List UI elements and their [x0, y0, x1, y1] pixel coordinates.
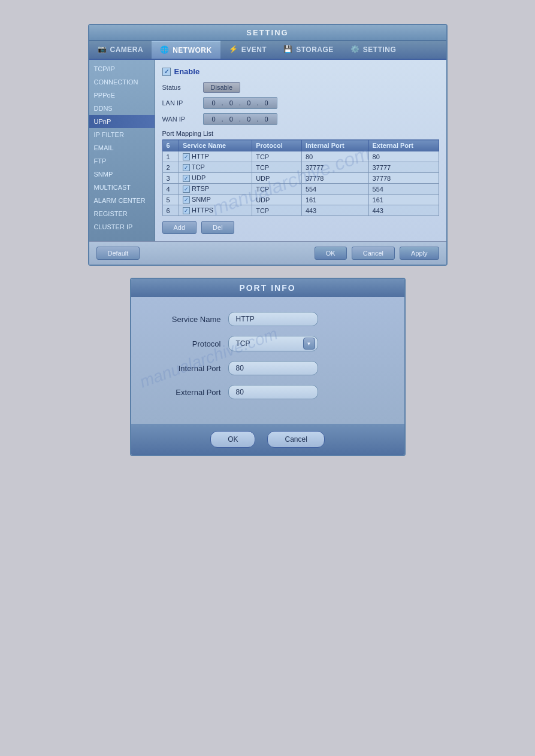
row-protocol: TCP	[252, 184, 302, 195]
internal-port-input[interactable]: 80	[228, 361, 318, 375]
row-protocol: TCP	[252, 162, 302, 173]
row-internal-port: 554	[301, 184, 368, 195]
default-button[interactable]: Default	[96, 247, 140, 260]
internal-port-row: Internal Port 80	[155, 361, 380, 375]
row-checkbox[interactable]: ✓	[183, 175, 190, 182]
sidebar-item-ipfilter[interactable]: IP FILTER	[89, 128, 155, 141]
sidebar-item-snmp[interactable]: SNMP	[89, 168, 155, 181]
sidebar-item-ddns[interactable]: DDNS	[89, 102, 155, 115]
protocol-select[interactable]: TCP ▼	[228, 336, 318, 351]
dialog-title-bar: PORT INFO	[131, 279, 404, 297]
table-row[interactable]: 5 ✓ SNMP UDP 161 161	[162, 195, 439, 205]
dialog-container: PORT INFO Service Name HTTP Protocol TCP…	[130, 278, 406, 456]
row-protocol: UDP	[252, 195, 302, 205]
wan-ip-seg3: 0	[242, 116, 255, 123]
tab-bar: 📷 CAMERA 🌐 NETWORK ⚡ EVENT 💾 STORAGE ⚙️ …	[89, 41, 446, 60]
table-row[interactable]: 6 ✓ HTTPS TCP 443 443	[162, 205, 439, 216]
status-label: Status	[162, 84, 198, 91]
row-checkbox[interactable]: ✓	[183, 207, 190, 214]
dialog-cancel-button[interactable]: Cancel	[267, 431, 324, 448]
tab-setting[interactable]: ⚙️ SETTING	[342, 41, 405, 59]
table-row[interactable]: 3 ✓ UDP UDP 37778 37778	[162, 173, 439, 184]
port-info-dialog: PORT INFO Service Name HTTP Protocol TCP…	[130, 278, 406, 456]
sidebar-item-alarmcenter[interactable]: ALARM CENTER	[89, 194, 155, 207]
row-external-port: 37778	[368, 173, 439, 184]
row-external-port: 443	[368, 205, 439, 216]
main-settings-panel: SETTING 📷 CAMERA 🌐 NETWORK ⚡ EVENT 💾 STO…	[88, 24, 448, 266]
sidebar-item-multicast[interactable]: MULTICAST	[89, 181, 155, 194]
sidebar-item-clusterip[interactable]: CLUSTER IP	[89, 220, 155, 233]
row-num: 4	[162, 184, 179, 195]
external-port-label: External Port	[155, 388, 221, 397]
table-row[interactable]: 1 ✓ HTTP TCP 80 80	[162, 151, 439, 162]
dialog-ok-button[interactable]: OK	[210, 431, 255, 448]
bottom-bar: Default OK Cancel Apply	[89, 241, 446, 265]
status-row: Status Disable	[162, 82, 439, 93]
mapping-table: 6 Service Name Protocol Internal Port Ex…	[162, 139, 439, 216]
sidebar-item-pppoe[interactable]: PPPoE	[89, 89, 155, 102]
tab-event[interactable]: ⚡ EVENT	[220, 41, 276, 59]
col-header-count: 6	[162, 140, 179, 151]
row-external-port: 161	[368, 195, 439, 205]
panel-title: SETTING	[246, 28, 288, 37]
lan-ip-field[interactable]: 0 . 0 . 0 . 0	[203, 97, 277, 109]
tab-camera[interactable]: 📷 CAMERA	[89, 41, 152, 59]
cancel-button[interactable]: Cancel	[352, 247, 395, 260]
camera-icon: 📷	[98, 45, 107, 54]
lan-ip-seg4: 0	[260, 99, 273, 107]
mapping-title: Port Mapping List	[162, 130, 439, 137]
table-row[interactable]: 4 ✓ RTSP TCP 554 554	[162, 184, 439, 195]
wan-ip-seg1: 0	[207, 116, 220, 123]
row-num: 2	[162, 162, 179, 173]
row-check-cell[interactable]: ✓ TCP	[179, 162, 252, 173]
row-checkbox[interactable]: ✓	[183, 196, 190, 204]
tab-storage[interactable]: 💾 STORAGE	[275, 41, 342, 59]
sidebar-item-register[interactable]: REGISTER	[89, 207, 155, 220]
col-header-external: External Port	[368, 140, 439, 151]
lan-ip-row: LAN IP 0 . 0 . 0 . 0	[162, 97, 439, 109]
row-checkbox[interactable]: ✓	[183, 153, 190, 160]
row-check-cell[interactable]: ✓ HTTPS	[179, 205, 252, 216]
sidebar-item-tcpip[interactable]: TCP/IP	[89, 62, 155, 75]
protocol-row: Protocol TCP ▼	[155, 336, 380, 351]
dialog-footer: OK Cancel	[131, 424, 404, 455]
external-port-input[interactable]: 80	[228, 385, 318, 399]
sidebar-item-email[interactable]: EMAIL	[89, 141, 155, 154]
row-check-cell[interactable]: ✓ RTSP	[179, 184, 252, 195]
row-protocol: TCP	[252, 205, 302, 216]
row-checkbox[interactable]: ✓	[183, 164, 190, 171]
col-header-internal: Internal Port	[301, 140, 368, 151]
tab-network[interactable]: 🌐 NETWORK	[152, 41, 220, 59]
storage-icon: 💾	[283, 45, 293, 54]
row-check-cell[interactable]: ✓ SNMP	[179, 195, 252, 205]
del-button[interactable]: Del	[201, 221, 234, 234]
row-checkbox[interactable]: ✓	[183, 186, 190, 193]
sidebar-item-upnp[interactable]: UPnP	[89, 115, 155, 128]
wan-ip-seg2: 0	[225, 116, 238, 123]
apply-button[interactable]: Apply	[400, 247, 439, 260]
add-button[interactable]: Add	[162, 221, 197, 234]
service-name-input[interactable]: HTTP	[228, 312, 318, 326]
lan-ip-seg1: 0	[207, 99, 220, 107]
event-icon: ⚡	[229, 45, 238, 54]
sidebar-item-connection[interactable]: CONNECTION	[89, 75, 155, 89]
table-row[interactable]: 2 ✓ TCP TCP 37777 37777	[162, 162, 439, 173]
ok-button[interactable]: OK	[315, 247, 347, 260]
lan-ip-seg3: 0	[242, 99, 255, 107]
row-protocol: UDP	[252, 173, 302, 184]
sidebar-item-ftp[interactable]: FTP	[89, 154, 155, 168]
enable-checkbox[interactable]	[162, 68, 171, 76]
row-internal-port: 161	[301, 195, 368, 205]
row-check-cell[interactable]: ✓ UDP	[179, 173, 252, 184]
dropdown-arrow-icon: ▼	[303, 338, 315, 350]
protocol-label: Protocol	[155, 339, 221, 348]
wan-ip-field[interactable]: 0 . 0 . 0 . 0	[203, 113, 277, 125]
panel-body: TCP/IP CONNECTION PPPoE DDNS UPnP IP FIL…	[89, 60, 446, 241]
port-mapping-section: Port Mapping List 6 Service Name Protoco…	[162, 130, 439, 234]
setting-icon: ⚙️	[350, 45, 360, 54]
wan-ip-label: WAN IP	[162, 116, 198, 123]
row-external-port: 37777	[368, 162, 439, 173]
upnp-content: Enable Status Disable LAN IP 0 . 0 . 0	[155, 60, 446, 241]
row-num: 6	[162, 205, 179, 216]
row-check-cell[interactable]: ✓ HTTP	[179, 151, 252, 162]
